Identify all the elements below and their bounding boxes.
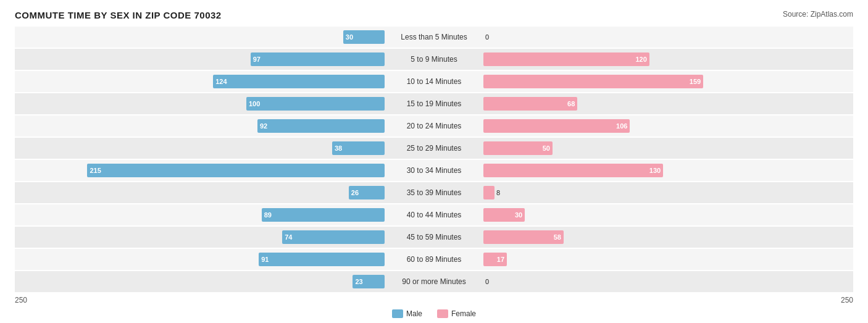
male-bar: 91 <box>259 253 385 266</box>
bar-row: 10015 to 19 Minutes68 <box>15 93 853 114</box>
right-section: 0 <box>483 27 853 48</box>
right-section: 30 <box>483 204 853 225</box>
female-value-inside: 58 <box>554 233 561 241</box>
row-label: Less than 5 Minutes <box>385 33 483 41</box>
female-bar: 120 <box>483 52 649 66</box>
male-value-inside: 92 <box>260 122 267 130</box>
female-bar: 106 <box>483 119 630 133</box>
female-value-inside: 30 <box>515 211 522 219</box>
left-section: 97 <box>15 49 385 70</box>
left-section: 30 <box>15 27 385 48</box>
legend: Male Female <box>15 309 853 318</box>
female-bar: 159 <box>483 75 703 88</box>
left-section: 92 <box>15 115 385 136</box>
right-section: 159 <box>483 71 853 92</box>
male-bar: 124 <box>213 75 385 88</box>
male-bar: 215 <box>87 164 385 177</box>
male-bar: 89 <box>262 208 385 222</box>
female-value-inside: 159 <box>690 78 701 85</box>
female-bar: 130 <box>483 164 663 177</box>
bar-row: 3825 to 29 Minutes50 <box>15 138 853 159</box>
row-label: 25 to 29 Minutes <box>385 144 483 153</box>
male-bar: 74 <box>282 230 385 244</box>
bar-row: 7445 to 59 Minutes58 <box>15 227 853 248</box>
chart-title: COMMUTE TIME BY SEX IN ZIP CODE 70032 <box>15 10 222 20</box>
female-bar: 30 <box>483 208 525 222</box>
bar-row: 975 to 9 Minutes120 <box>15 49 853 70</box>
legend-male: Male <box>392 309 422 318</box>
right-section: 17 <box>483 249 853 270</box>
legend-male-box <box>392 309 403 318</box>
female-value-outside: 8 <box>496 189 500 196</box>
bar-row: 2635 to 39 Minutes8 <box>15 182 853 203</box>
female-bar: 68 <box>483 97 577 111</box>
male-value-inside: 30 <box>346 33 353 41</box>
female-value-inside: 130 <box>649 167 661 174</box>
row-label: 5 to 9 Minutes <box>385 55 483 64</box>
female-value-inside: 68 <box>567 100 575 107</box>
left-section: 26 <box>15 182 385 203</box>
right-section: 0 <box>483 271 853 292</box>
female-value-outside: 0 <box>485 33 489 41</box>
male-value-inside: 23 <box>355 278 362 285</box>
left-section: 38 <box>15 138 385 159</box>
legend-female: Female <box>437 309 476 318</box>
row-label: 15 to 19 Minutes <box>385 99 483 108</box>
row-label: 60 to 89 Minutes <box>385 255 483 264</box>
source-text: Source: ZipAtlas.com <box>783 10 853 19</box>
left-section: 23 <box>15 271 385 292</box>
male-bar: 23 <box>353 275 385 288</box>
female-value-inside: 50 <box>543 145 550 152</box>
right-section: 120 <box>483 49 853 70</box>
bar-row: 30Less than 5 Minutes0 <box>15 27 853 48</box>
row-label: 30 to 34 Minutes <box>385 166 483 175</box>
bar-row: 8940 to 44 Minutes30 <box>15 204 853 225</box>
female-bar: 50 <box>483 141 553 155</box>
male-bar: 30 <box>343 30 385 44</box>
left-section: 124 <box>15 71 385 92</box>
male-value-inside: 215 <box>90 167 101 174</box>
right-section: 50 <box>483 138 853 159</box>
male-value-inside: 97 <box>253 56 261 63</box>
right-section: 58 <box>483 227 853 248</box>
male-bar: 100 <box>246 97 385 111</box>
female-value-inside: 17 <box>497 256 504 263</box>
chart-area: 30Less than 5 Minutes0975 to 9 Minutes12… <box>15 27 853 292</box>
legend-female-label: Female <box>451 309 476 318</box>
legend-female-box <box>437 309 448 318</box>
right-section: 130 <box>483 160 853 181</box>
row-label: 20 to 24 Minutes <box>385 122 483 130</box>
chart-container: COMMUTE TIME BY SEX IN ZIP CODE 70032 So… <box>15 10 853 318</box>
bar-row: 2390 or more Minutes0 <box>15 271 853 292</box>
right-section: 68 <box>483 93 853 114</box>
male-bar: 26 <box>349 186 385 199</box>
left-section: 100 <box>15 93 385 114</box>
female-bar: 58 <box>483 230 564 244</box>
male-value-inside: 38 <box>335 145 342 152</box>
axis-left-label: 250 <box>15 296 385 304</box>
row-label: 45 to 59 Minutes <box>385 233 483 241</box>
axis-right-label: 250 <box>483 296 853 304</box>
male-value-inside: 124 <box>215 78 227 85</box>
male-bar: 38 <box>332 141 385 155</box>
row-label: 40 to 44 Minutes <box>385 211 483 219</box>
left-section: 89 <box>15 204 385 225</box>
male-value-inside: 91 <box>261 256 269 263</box>
axis-row: 250 250 <box>15 296 853 304</box>
female-value-inside: 120 <box>635 56 646 63</box>
female-value-inside: 106 <box>616 122 627 130</box>
bar-row: 12410 to 14 Minutes159 <box>15 71 853 92</box>
bar-row: 9220 to 24 Minutes106 <box>15 115 853 136</box>
female-bar: 17 <box>483 253 507 266</box>
male-bar: 92 <box>257 119 385 133</box>
legend-male-label: Male <box>406 309 422 318</box>
left-section: 215 <box>15 160 385 181</box>
female-bar <box>483 186 495 199</box>
male-value-inside: 89 <box>264 211 272 219</box>
right-section: 8 <box>483 182 853 203</box>
right-section: 106 <box>483 115 853 136</box>
row-label: 35 to 39 Minutes <box>385 188 483 197</box>
male-bar: 97 <box>251 52 385 66</box>
male-value-inside: 100 <box>249 100 260 107</box>
row-label: 10 to 14 Minutes <box>385 77 483 86</box>
